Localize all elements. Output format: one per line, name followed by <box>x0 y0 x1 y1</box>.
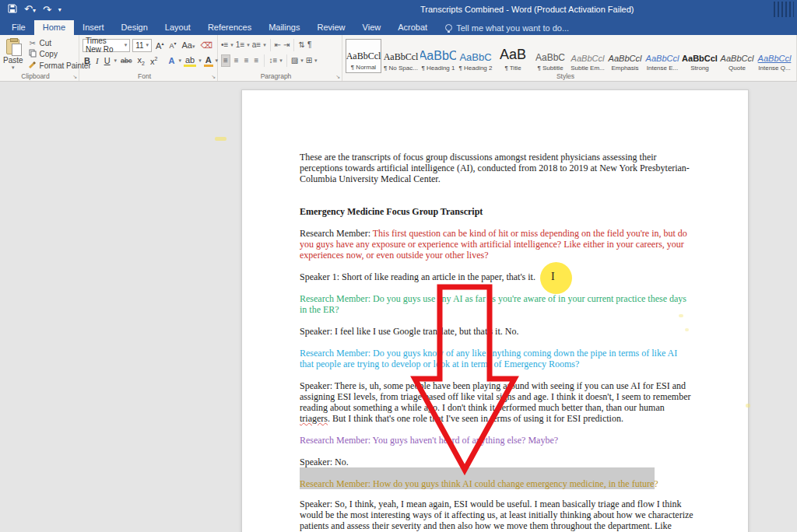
style-name: ¶ Normal <box>351 64 376 71</box>
style-sample: AaBbCcl <box>384 51 419 63</box>
bullets-icon[interactable]: •≡ <box>221 40 228 50</box>
word-application-window: ↶▾ ↷ ▾ Transcripts Combined - Word (Prod… <box>0 0 797 532</box>
style-name: ¶ No Spac... <box>384 65 418 72</box>
underline-button[interactable]: U <box>103 56 112 65</box>
font-color-icon[interactable]: A <box>204 55 213 67</box>
tab-mailings[interactable]: Mailings <box>260 20 308 35</box>
styles-group: AaBbCcl¶ NormalAaBbCcl¶ No Spac...AaBbC¶… <box>342 35 797 81</box>
copy-icon <box>28 49 37 59</box>
style-name: ¶ Heading 1 <box>422 65 455 72</box>
align-center-icon[interactable]: ≡ <box>233 55 241 66</box>
style-card-emphasis[interactable]: AaBbCclEmphasis <box>607 39 643 73</box>
align-left-icon[interactable]: ≡ <box>221 54 230 67</box>
style-card-quote[interactable]: AaBbCclQuote <box>719 39 755 73</box>
style-sample: AaBbCcl <box>758 54 792 63</box>
clear-formatting-icon[interactable]: ⌫ <box>198 40 214 51</box>
style-card--heading-1[interactable]: AaBbC¶ Heading 1 <box>420 39 456 73</box>
style-sample: AaBbCcl <box>721 54 754 63</box>
subscript-button[interactable]: x2 <box>136 55 146 66</box>
style-card-su[interactable]: ASu <box>794 39 797 73</box>
ribbon-tabs: FileHomeInsertDesignLayoutReferencesMail… <box>3 20 436 35</box>
window-title: Transcripts Combined - Word (Product Act… <box>420 5 634 14</box>
tell-me-label: Tell me what you want to do... <box>456 23 569 33</box>
line-spacing-icon[interactable]: ↕≡ <box>269 56 277 65</box>
document-page[interactable]: These are the transcripts of focus group… <box>241 89 749 532</box>
style-card-intense-e-[interactable]: AaBbCclIntense E... <box>644 39 680 73</box>
undo-icon[interactable]: ↶▾ <box>24 3 36 17</box>
shrink-font-button[interactable]: A <box>167 40 177 50</box>
align-right-icon[interactable]: ≡ <box>243 55 251 66</box>
tab-review[interactable]: Review <box>309 20 354 35</box>
paragraph: Speaker: I feel like I use Google transl… <box>300 326 693 337</box>
shading-icon[interactable]: ▨ <box>291 56 298 65</box>
borders-icon[interactable]: ⊞ <box>306 56 312 65</box>
quick-access-toolbar: ↶▾ ↷ ▾ <box>8 3 61 17</box>
strikethrough-button[interactable]: abc <box>119 57 134 65</box>
style-name: Strong <box>690 65 709 72</box>
document-content: These are the transcripts of focus group… <box>300 152 693 532</box>
paragraph: Speaker: So, I think, yeah, I mean again… <box>300 499 693 532</box>
styles-group-label: Styles <box>342 72 788 80</box>
multilevel-list-icon[interactable]: a≡ <box>252 40 261 50</box>
tab-view[interactable]: View <box>354 20 390 35</box>
lightbulb-icon <box>445 24 452 31</box>
paste-button[interactable]: Paste ▾ <box>3 37 23 71</box>
style-card--no-spac-[interactable]: AaBbCcl¶ No Spac... <box>383 39 419 73</box>
paragraph: Speaker: There is, uh, some people have … <box>300 380 693 424</box>
redo-icon[interactable]: ↷ <box>43 4 51 16</box>
style-card--subtitle[interactable]: AaBbC¶ Subtitle <box>532 39 568 73</box>
cut-label: Cut <box>40 39 52 47</box>
style-card-intense-q-[interactable]: AaBbCclIntense Q... <box>757 39 792 73</box>
font-size-select[interactable]: 11▾ <box>132 39 152 52</box>
sort-icon[interactable]: ⇅ <box>298 40 304 50</box>
tab-bar: FileHomeInsertDesignLayoutReferencesMail… <box>0 20 797 35</box>
text-effects-icon[interactable]: A <box>167 56 176 65</box>
tab-home[interactable]: Home <box>34 20 74 35</box>
style-card--heading-2[interactable]: AaBbC¶ Heading 2 <box>458 39 493 73</box>
grow-font-button[interactable]: A <box>154 40 165 51</box>
paragraph: Research Member: Do you guys use any AI … <box>300 293 693 315</box>
clipboard-dialog-launcher-icon[interactable]: ↘ <box>72 74 77 80</box>
show-marks-icon[interactable]: ¶ <box>307 40 311 50</box>
style-sample: AaB <box>500 47 526 63</box>
tab-layout[interactable]: Layout <box>156 20 199 35</box>
paragraph-dialog-launcher-icon[interactable]: ↘ <box>335 74 340 80</box>
increase-indent-icon[interactable]: ⇥ <box>283 40 290 50</box>
style-card--normal[interactable]: AaBbCcl¶ Normal <box>346 39 381 73</box>
paragraph <box>300 195 693 206</box>
style-sample: AaBbC <box>420 49 456 63</box>
style-name: Emphasis <box>611 65 638 72</box>
change-case-button[interactable]: Aa▾ <box>180 40 196 50</box>
bold-button[interactable]: B <box>83 56 92 65</box>
tab-insert[interactable]: Insert <box>74 20 113 35</box>
text-highlight-color-icon[interactable]: ab <box>184 55 196 67</box>
font-group: Times New Ro▾ 11▾ A A Aa▾ ⌫ B I U▾ abc x… <box>79 35 218 81</box>
font-family-select[interactable]: Times New Ro▾ <box>83 39 130 52</box>
tab-acrobat[interactable]: Acrobat <box>389 20 436 35</box>
style-card-strong[interactable]: AaBbCclStrong <box>682 39 718 73</box>
paste-clipboard-icon <box>6 39 19 54</box>
paragraph: Emergency Medicine Focus Group Transcrip… <box>300 206 693 217</box>
paragraph: Research Member: This first question can… <box>300 228 693 261</box>
tab-file[interactable]: File <box>3 20 34 35</box>
styles-gallery: AaBbCcl¶ NormalAaBbCcl¶ No Spac...AaBbC¶… <box>346 37 793 73</box>
italic-button[interactable]: I <box>94 56 100 65</box>
style-name: Quote <box>729 65 746 72</box>
style-card-subtle-em-[interactable]: AaBbCclSubtle Em... <box>570 39 606 73</box>
tab-references[interactable]: References <box>199 20 260 35</box>
tab-design[interactable]: Design <box>113 20 156 35</box>
justify-icon[interactable]: ≡ <box>253 55 261 66</box>
save-icon[interactable] <box>8 4 17 16</box>
paste-dropdown-icon[interactable]: ▾ <box>12 65 15 71</box>
superscript-button[interactable]: x2 <box>149 56 159 66</box>
tell-me-box[interactable]: Tell me what you want to do... <box>445 20 569 35</box>
font-dialog-launcher-icon[interactable]: ↘ <box>211 74 216 80</box>
numbering-icon[interactable]: 1≡ <box>236 40 244 50</box>
decrease-indent-icon[interactable]: ⇤ <box>275 40 281 50</box>
style-sample: AaBbCcl <box>609 54 642 63</box>
customize-qat-icon[interactable]: ▾ <box>58 4 61 16</box>
font-group-label: Font <box>79 72 209 80</box>
paragraph: Speaker: No. <box>300 457 693 467</box>
clipboard-group: Paste ▾ ✂ Cut Copy Form <box>0 35 79 81</box>
style-card--title[interactable]: AaB¶ Title <box>495 39 531 73</box>
